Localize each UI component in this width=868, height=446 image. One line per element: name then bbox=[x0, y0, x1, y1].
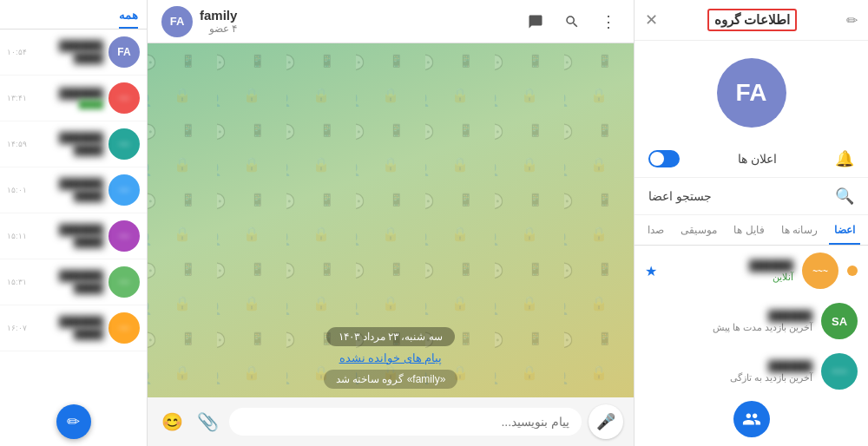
edit-icon[interactable]: ✏ bbox=[846, 12, 858, 29]
tab-media[interactable]: رسانه ها bbox=[776, 215, 823, 245]
conv-name: ██████ bbox=[32, 224, 103, 236]
conv-avatar: ~~ bbox=[108, 312, 140, 344]
left-panel: ✏ اطلاعات گروه ✕ FA 🔔 اعلان ها 🔍 جستجو ا… bbox=[634, 0, 868, 446]
search-button[interactable] bbox=[561, 10, 583, 33]
tab-music[interactable]: موسیقی bbox=[675, 215, 722, 245]
menu-button[interactable]: ⋮ bbox=[597, 9, 620, 35]
tab-files[interactable]: فایل ها bbox=[728, 215, 769, 245]
conv-time: ۱۰:۵۴ bbox=[7, 48, 27, 56]
chat-header: ⋮ family ۴ عضو FA bbox=[148, 0, 634, 43]
chat-title: family bbox=[200, 8, 237, 23]
member-info: ██████ آخرین بازدید مدت ها پیش bbox=[645, 310, 812, 333]
conv-info: ██████ ████ bbox=[32, 224, 103, 248]
group-info-title: اطلاعات گروه bbox=[707, 9, 797, 31]
list-item[interactable]: FA ██████ ████ ۱۰:۵۴ bbox=[0, 30, 147, 75]
bell-icon: 🔔 bbox=[835, 149, 854, 168]
conv-msg: ████ bbox=[32, 328, 103, 340]
chat-header-info: family ۴ عضو FA bbox=[161, 6, 237, 37]
conv-time: ۱۳:۴۱ bbox=[7, 94, 27, 102]
list-item[interactable]: SA ██████ آخرین بازدید مدت ها پیش bbox=[635, 296, 868, 346]
conv-info: ██████ ████ bbox=[32, 270, 103, 294]
member-list: ~~~ ██████ آنلاین ★ SA ██████ آخرین بازد… bbox=[635, 246, 868, 392]
conv-info: ██████ ████ bbox=[32, 178, 103, 202]
member-status: آخرین بازدید به تازگی bbox=[645, 372, 812, 384]
member-name: ██████ bbox=[645, 360, 812, 372]
conv-name: ██████ bbox=[32, 40, 103, 52]
member-avatar: ~~~ bbox=[821, 353, 858, 390]
conv-info: ██████ ████ bbox=[32, 132, 103, 156]
conv-name: ██████ bbox=[32, 178, 103, 190]
conv-msg: ████ bbox=[32, 190, 103, 202]
conv-msg: ████ bbox=[32, 282, 103, 294]
left-panel-header: ✏ اطلاعات گروه ✕ bbox=[635, 0, 868, 41]
tabs-row: اعضا رسانه ها فایل ها موسیقی صدا bbox=[635, 215, 868, 246]
conversation-list: FA ██████ ████ ۱۰:۵۴ ~~ ██████ ████ ۱۳:۴… bbox=[0, 30, 147, 397]
close-icon[interactable]: ✕ bbox=[645, 10, 658, 30]
list-item[interactable]: ~~ ██████ ████ ۱۵:۳۱ bbox=[0, 259, 147, 305]
conv-info: ██████ ████ bbox=[32, 88, 103, 109]
list-item[interactable]: ~~ ██████ ████ ۱۴:۵۹ bbox=[0, 121, 147, 167]
conv-msg: ████ bbox=[32, 100, 103, 109]
conv-time: ۱۵:۰۱ bbox=[7, 186, 27, 194]
conv-name: ██████ bbox=[32, 270, 103, 282]
notifications-row: 🔔 اعلان ها bbox=[635, 141, 868, 178]
conv-name: ██████ bbox=[32, 88, 103, 100]
add-member-button[interactable] bbox=[733, 401, 770, 437]
group-avatar[interactable]: FA bbox=[717, 58, 786, 128]
chat-background: 💬 🔒 👤 📱 سه شنبه، ۲۳ مرداد ۱۴۰۳ پیام های … bbox=[148, 43, 634, 397]
conv-avatar: ~~ bbox=[108, 128, 140, 160]
star-icon: ★ bbox=[645, 263, 657, 279]
search-row[interactable]: 🔍 جستجو اعضا bbox=[635, 178, 868, 215]
chat-header-actions: ⋮ bbox=[524, 9, 620, 35]
member-info: ██████ آنلاین bbox=[666, 259, 793, 283]
member-avatar: ~~~ bbox=[802, 253, 838, 289]
member-status: آنلاین bbox=[666, 272, 793, 283]
conv-time: ۱۴:۵۹ bbox=[7, 140, 27, 148]
tab-all[interactable]: همه bbox=[119, 9, 138, 29]
mic-button[interactable]: 🎤 bbox=[589, 404, 623, 439]
conv-time: ۱۵:۱۱ bbox=[7, 232, 27, 240]
list-item[interactable]: ~~ ██████ ████ ۱۵:۰۱ bbox=[0, 167, 147, 213]
conv-msg: ████ bbox=[32, 52, 103, 64]
search-icon: 🔍 bbox=[835, 187, 854, 206]
chat-avatar[interactable]: FA bbox=[161, 6, 193, 37]
notifications-label: اعلان ها bbox=[738, 152, 777, 166]
chat-area: ⋮ family ۴ عضو FA 💬 bbox=[148, 0, 634, 446]
conv-avatar: FA bbox=[108, 36, 140, 68]
unread-link[interactable]: پیام های خوانده نشده bbox=[339, 351, 443, 364]
list-item[interactable]: ~~ ██████ ████ ۱۳:۴۱ bbox=[0, 75, 147, 121]
date-badge: سه شنبه، ۲۳ مرداد ۱۴۰۳ bbox=[326, 327, 454, 346]
conv-time: ۱۵:۳۱ bbox=[7, 278, 27, 286]
list-item[interactable]: ~~ ██████ ████ ۱۵:۱۱ bbox=[0, 213, 147, 259]
member-info: ██████ آخرین بازدید به تازگی bbox=[645, 360, 812, 384]
chat-messages: سه شنبه، ۲۳ مرداد ۱۴۰۳ پیام های خوانده ن… bbox=[148, 327, 634, 397]
right-panel-tabs: همه bbox=[0, 0, 147, 30]
conv-name: ██████ bbox=[32, 316, 103, 328]
conv-info: ██████ ████ bbox=[32, 316, 103, 340]
compose-button[interactable]: ✏ bbox=[56, 404, 91, 439]
right-panel: همه FA ██████ ████ ۱۰:۵۴ ~~ ██████ ████ … bbox=[0, 0, 148, 446]
list-item[interactable]: ~~ ██████ ████ ۱۶:۰۷ bbox=[0, 305, 147, 351]
list-item[interactable]: ~~~ ██████ آخرین بازدید به تازگی bbox=[635, 346, 868, 392]
notifications-toggle[interactable] bbox=[648, 150, 680, 167]
conv-avatar: ~~ bbox=[108, 174, 140, 206]
message-input[interactable] bbox=[229, 408, 582, 436]
avatar-section: FA bbox=[635, 41, 868, 141]
conv-avatar: ~~ bbox=[108, 82, 140, 114]
conv-msg: ████ bbox=[32, 236, 103, 248]
emoji-button[interactable]: 😊 bbox=[158, 411, 187, 432]
conv-time: ۱۶:۰۷ bbox=[7, 324, 27, 332]
search-label: جستجو اعضا bbox=[648, 189, 712, 203]
list-item[interactable]: ~~~ ██████ آنلاین ★ bbox=[635, 246, 868, 296]
member-name: ██████ bbox=[645, 310, 812, 322]
tab-members[interactable]: اعضا bbox=[829, 215, 860, 245]
call-button[interactable] bbox=[524, 10, 547, 33]
online-status-dot bbox=[847, 266, 858, 276]
attach-button[interactable]: 📎 bbox=[194, 411, 222, 432]
chat-title-block: family ۴ عضو bbox=[200, 8, 237, 35]
system-message: «family» گروه ساخته شد bbox=[324, 370, 458, 389]
conv-avatar: ~~ bbox=[108, 266, 140, 298]
tab-voice[interactable]: صدا bbox=[642, 215, 669, 245]
member-avatar: SA bbox=[821, 303, 858, 339]
member-name: ██████ bbox=[666, 259, 793, 272]
